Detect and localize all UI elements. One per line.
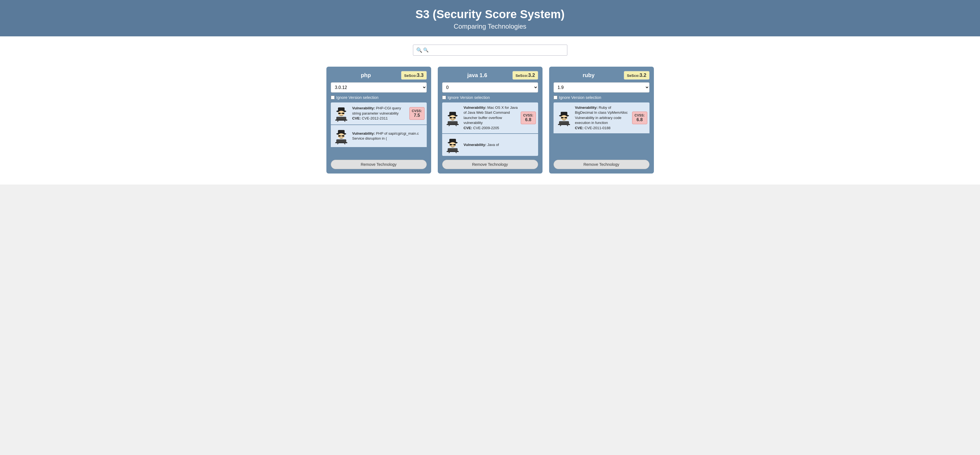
card-title: java 1.6 xyxy=(442,71,512,79)
vuln-label: Vulnerability: xyxy=(352,132,375,135)
page-title: S3 (Security Score System) xyxy=(5,8,975,21)
sesco-badge: SeSco:3.3 xyxy=(401,71,427,79)
search-container: 🔍 xyxy=(0,36,980,61)
cve-label: CVE: xyxy=(575,126,584,130)
svg-rect-34 xyxy=(453,144,456,146)
svg-rect-47 xyxy=(558,124,570,125)
remove-technology-button[interactable]: Remove Technology xyxy=(331,160,427,169)
ignore-version-checkbox[interactable] xyxy=(554,95,557,100)
hacker-icon xyxy=(333,128,350,144)
cvss-value: 7.5 xyxy=(412,113,422,118)
vuln-label: Vulnerability: xyxy=(352,106,375,110)
svg-rect-4 xyxy=(342,113,344,114)
cards-area: phpSeSco:3.33.0.123.0.113.0.103.0.93.0.8… xyxy=(0,61,980,184)
vuln-item: Vulnerability: PHP of sapi/cgi/cgi_main.… xyxy=(331,125,427,147)
card-header: java 1.6SeSco:3.2 xyxy=(442,71,538,79)
vuln-item: Vulnerability: Ruby of BigDecimal In cla… xyxy=(554,103,649,133)
sesco-label: SeSco: xyxy=(627,73,640,78)
search-wrapper: 🔍 xyxy=(413,44,567,55)
sesco-label: SeSco: xyxy=(404,73,417,78)
cvss-label: CVSS: xyxy=(412,109,422,113)
hacker-icon xyxy=(444,109,461,126)
page-header: S3 (Security Score System) Comparing Tec… xyxy=(0,0,980,36)
version-select[interactable]: 01.6.01.6.11.6.2 xyxy=(442,82,538,92)
ignore-version-row: Ignore Version selection xyxy=(554,95,649,100)
vuln-list: Vulnerability: PHP-CGI query string para… xyxy=(331,103,427,156)
card-php: phpSeSco:3.33.0.123.0.113.0.103.0.93.0.8… xyxy=(326,67,431,173)
svg-rect-7 xyxy=(335,119,347,120)
vuln-label: Vulnerability: xyxy=(575,106,598,109)
vuln-list: Vulnerability: Mac OS X for Java of Java… xyxy=(442,103,538,156)
ignore-version-checkbox[interactable] xyxy=(442,95,446,100)
hacker-icon xyxy=(556,109,572,126)
card-header: rubySeSco:3.2 xyxy=(554,71,649,79)
ignore-version-row: Ignore Version selection xyxy=(442,95,538,100)
card-title: php xyxy=(331,71,401,79)
cve-label: CVE: xyxy=(464,126,472,130)
card-ruby: rubySeSco:3.21.91.82.02.1Ignore Version … xyxy=(549,67,654,173)
sesco-value: 3.2 xyxy=(640,73,646,78)
svg-rect-37 xyxy=(447,151,459,152)
vuln-item: Vulnerability: PHP-CGI query string para… xyxy=(331,103,427,125)
vuln-item: Vulnerability: Mac OS X for Java of Java… xyxy=(442,103,538,134)
cvss-badge: CVSS:7.5 xyxy=(409,107,425,120)
ignore-version-label: Ignore Version selection xyxy=(336,95,379,100)
search-icon: 🔍 xyxy=(416,48,422,53)
cvss-badge: CVSS:6.8 xyxy=(521,111,536,124)
vuln-list: Vulnerability: Ruby of BigDecimal In cla… xyxy=(554,103,649,156)
card-java16: java 1.6SeSco:3.201.6.01.6.11.6.2Ignore … xyxy=(438,67,542,173)
remove-technology-button[interactable]: Remove Technology xyxy=(554,160,649,169)
svg-rect-27 xyxy=(447,124,459,125)
svg-rect-23 xyxy=(450,117,452,119)
sesco-badge: SeSco:3.2 xyxy=(512,71,538,79)
svg-rect-44 xyxy=(565,117,567,119)
svg-rect-3 xyxy=(338,113,340,114)
cvss-value: 6.8 xyxy=(635,117,645,122)
vuln-item: Vulnerability: Java of xyxy=(442,134,538,156)
search-input[interactable] xyxy=(413,44,567,55)
ignore-version-label: Ignore Version selection xyxy=(559,95,601,100)
cvss-label: CVSS: xyxy=(635,114,645,117)
sesco-label: SeSco: xyxy=(515,73,528,78)
vuln-text: Vulnerability: PHP-CGI query string para… xyxy=(352,106,407,121)
cve-label: CVE: xyxy=(352,116,361,120)
svg-rect-17 xyxy=(335,142,347,143)
svg-rect-14 xyxy=(342,135,344,136)
vuln-text: Vulnerability: Java of xyxy=(464,143,536,147)
ignore-version-row: Ignore Version selection xyxy=(331,95,427,100)
cvss-badge: CVSS:6.8 xyxy=(632,111,647,124)
cvss-value: 6.8 xyxy=(523,117,533,122)
sesco-value: 3.2 xyxy=(528,73,535,78)
vuln-text: Vulnerability: PHP of sapi/cgi/cgi_main.… xyxy=(352,131,425,141)
page-subtitle: Comparing Technologies xyxy=(5,22,975,30)
svg-rect-24 xyxy=(453,117,456,119)
remove-technology-button[interactable]: Remove Technology xyxy=(442,160,538,169)
ignore-version-checkbox[interactable] xyxy=(331,95,335,100)
card-title: ruby xyxy=(554,71,624,79)
svg-rect-43 xyxy=(561,117,563,119)
version-select[interactable]: 1.91.82.02.1 xyxy=(554,82,649,92)
version-select[interactable]: 3.0.123.0.113.0.103.0.93.0.8 xyxy=(331,82,427,92)
card-header: phpSeSco:3.3 xyxy=(331,71,427,79)
vuln-label: Vulnerability: xyxy=(464,143,487,147)
vuln-text: Vulnerability: Mac OS X for Java of Java… xyxy=(464,105,518,130)
vuln-label: Vulnerability: xyxy=(464,106,487,109)
cvss-label: CVSS: xyxy=(523,114,533,117)
vuln-text: Vulnerability: Ruby of BigDecimal In cla… xyxy=(575,105,629,130)
hacker-icon xyxy=(444,136,461,153)
sesco-value: 3.3 xyxy=(417,73,423,78)
svg-rect-33 xyxy=(450,144,452,146)
sesco-badge: SeSco:3.2 xyxy=(624,71,649,79)
ignore-version-label: Ignore Version selection xyxy=(448,95,490,100)
svg-rect-13 xyxy=(338,135,340,136)
hacker-icon xyxy=(333,105,350,122)
